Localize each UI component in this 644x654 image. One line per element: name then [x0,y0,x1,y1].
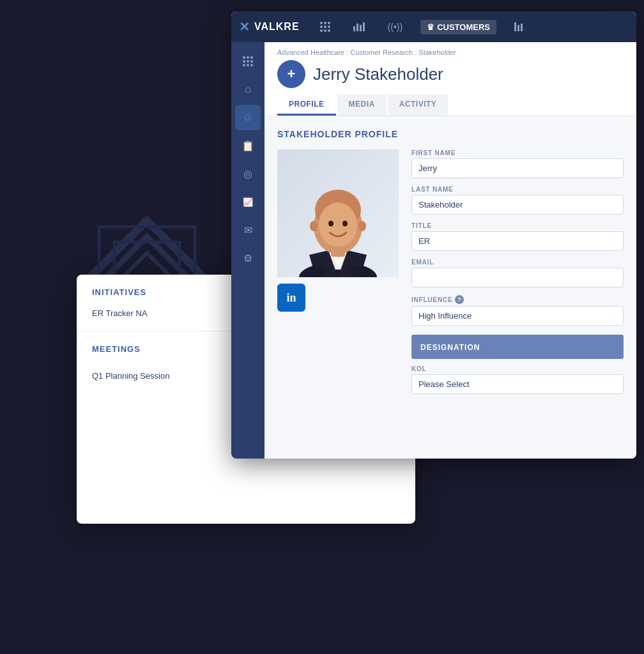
home-icon: ⌂ [245,84,251,95]
influence-label: INFLUENCE ? [411,295,624,304]
first-name-group: FIRST NAME [411,149,624,178]
tabs: PROFILE MEDIA ACTIVITY [277,95,624,116]
linkedin-button[interactable]: in [277,284,305,312]
app-logo: ✕ VALKRE [239,19,300,34]
chart-line-icon: 📈 [243,197,253,207]
svg-rect-19 [331,247,345,257]
sidebar-item-envelope[interactable]: ✉ [235,217,261,243]
influence-input[interactable] [411,306,624,326]
email-input[interactable] [411,268,624,287]
profile-body: STAKEHOLDER PROFILE [264,116,636,414]
tab-media[interactable]: MEDIA [337,95,387,116]
designation-bar: DESIGNATION [411,335,624,359]
sidebar-item-home[interactable]: ⌂ [235,77,261,102]
sidebar-item-document[interactable]: 📋 [235,133,261,158]
bar-chart2-icon [514,22,523,31]
page-title: Jerry Stakeholder [313,65,443,84]
tab-profile[interactable]: PROFILE [277,95,336,116]
kol-input[interactable] [411,374,624,394]
sidebar-item-chart-line[interactable]: 📈 [235,189,261,215]
nav-wave[interactable]: ((•)) [383,19,408,34]
designation-bar-text: DESIGNATION [420,343,480,352]
email-label: EMAIL [411,259,624,266]
profile-photo-col: in [277,149,399,402]
first-name-label: FIRST NAME [411,149,624,156]
users-icon: ☺ [243,112,253,123]
stakeholder-plus-icon: + [277,60,305,88]
apps-icon [243,56,253,66]
title-input[interactable] [411,231,624,251]
last-name-input[interactable] [411,195,624,215]
wave-icon: ((•)) [388,22,403,32]
breadcrumb: Advanced Healthcare : Customer Research … [277,49,624,56]
svg-point-14 [319,202,357,247]
svg-point-17 [310,221,318,231]
grid-icon [320,22,330,32]
influence-help-icon[interactable]: ? [455,295,464,304]
meeting-name: Q1 Planning Session [92,371,169,381]
first-name-input[interactable] [411,158,624,178]
settings-icon: ⚙ [243,252,252,264]
sidebar-item-users[interactable]: ☺ [235,105,261,130]
svg-point-18 [358,221,366,231]
profile-photo [277,149,399,277]
nav-items: ((•)) ♛ CUSTOMERS [315,19,629,34]
sidebar-item-settings[interactable]: ⚙ [235,245,261,271]
last-name-label: LAST NAME [411,186,624,193]
linkedin-icon: in [286,291,296,305]
title-label: TITLE [411,222,624,229]
last-name-group: LAST NAME [411,186,624,215]
influence-group: INFLUENCE ? [411,295,624,326]
logo-x: ✕ [239,19,250,34]
svg-point-15 [328,221,334,227]
sidebar-item-apps[interactable] [235,49,261,74]
title-group: TITLE [411,222,624,251]
nav-customers[interactable]: ♛ CUSTOMERS [420,20,496,34]
nav-chart[interactable] [348,20,370,34]
main-window: ✕ VALKRE ((•)) [231,11,636,459]
crown-icon: ♛ [427,22,434,32]
top-nav: ✕ VALKRE ((•)) [231,11,636,42]
envelope-icon: ✉ [244,224,252,236]
target-icon: ◎ [243,168,252,180]
page-title-row: + Jerry Stakeholder [277,60,624,88]
document-icon: 📋 [241,140,254,152]
kol-group: KOL [411,365,624,394]
sidebar: ⌂ ☺ 📋 ◎ 📈 ✉ ⚙ [231,42,264,459]
kol-label: KOL [411,365,624,372]
main-content: Advanced Healthcare : Customer Research … [264,42,636,459]
tab-activity[interactable]: ACTIVITY [388,95,448,116]
nav-customers-label: CUSTOMERS [437,22,490,32]
svg-point-16 [342,221,348,227]
nav-grid[interactable] [315,19,335,34]
app-layout: ⌂ ☺ 📋 ◎ 📈 ✉ ⚙ Advance [231,42,636,459]
profile-grid: in FIRST NAME LAST NAME [277,149,624,402]
section-title: STAKEHOLDER PROFILE [277,129,624,139]
profile-fields-col: FIRST NAME LAST NAME TITLE [411,149,624,402]
email-group: EMAIL [411,259,624,287]
person-photo-svg [277,149,399,277]
page-header: Advanced Healthcare : Customer Research … [264,42,636,116]
nav-bar-chart[interactable] [509,20,528,34]
sidebar-item-target[interactable]: ◎ [235,161,261,186]
bar-chart-icon [353,22,365,31]
logo-name: VALKRE [254,21,300,33]
